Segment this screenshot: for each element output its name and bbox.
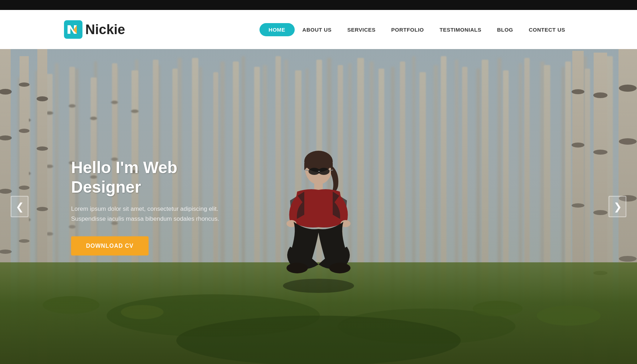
logo-icon [64, 20, 82, 39]
nav-blog[interactable]: BLOG [489, 23, 521, 36]
chevron-right-icon: ❯ [614, 201, 622, 213]
logo-text: Nickie [85, 22, 125, 37]
nav-services[interactable]: SERVICES [339, 23, 384, 36]
nav-portfolio[interactable]: PORTFOLIO [383, 23, 432, 36]
nav-about[interactable]: ABOUT US [295, 23, 339, 36]
svg-point-127 [329, 263, 350, 273]
svg-point-128 [283, 279, 354, 293]
hero-section: Hello I'm Web Designer Lorem ipsum dolor… [0, 49, 637, 364]
nav-testimonials[interactable]: TESTIMONIALS [432, 23, 489, 36]
svg-point-126 [287, 263, 308, 273]
main-nav: HOME ABOUT US SERVICES PORTFOLIO TESTIMO… [259, 23, 573, 36]
svg-rect-0 [64, 20, 82, 39]
hero-content: Hello I'm Web Designer Lorem ipsum dolor… [71, 158, 249, 256]
header: Nickie HOME ABOUT US SERVICES PORTFOLIO … [0, 10, 637, 49]
nav-home[interactable]: HOME [259, 23, 295, 36]
logo[interactable]: Nickie [64, 20, 125, 39]
slider-next-button[interactable]: ❯ [609, 196, 626, 217]
download-cv-button[interactable]: DOWNLOAD CV [71, 236, 149, 255]
hero-description: Lorem ipsum dolor sit amet, consectetur … [71, 204, 228, 223]
nav-contact[interactable]: CONTECT US [521, 23, 573, 36]
slider-prev-button[interactable]: ❮ [11, 196, 28, 217]
hero-person [262, 144, 375, 293]
hero-title: Hello I'm Web Designer [71, 158, 249, 197]
chevron-left-icon: ❮ [16, 201, 24, 213]
top-bar [0, 0, 637, 10]
